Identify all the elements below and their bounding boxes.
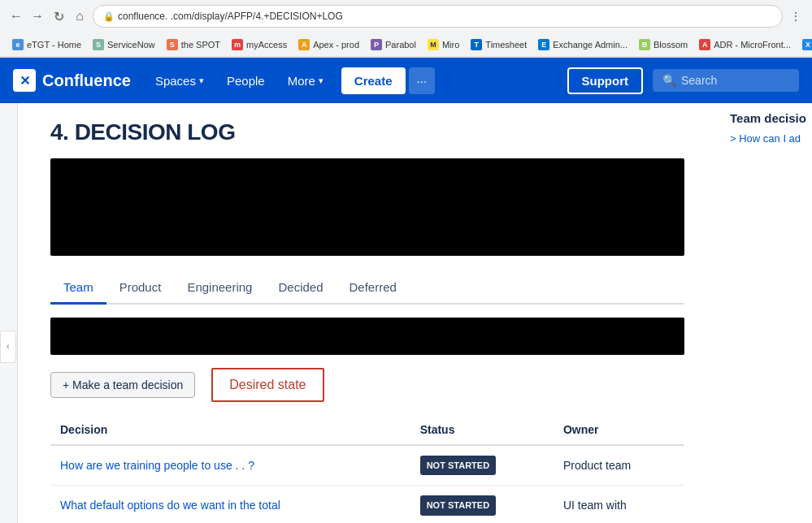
bookmark-favicon-adr: A <box>699 39 710 50</box>
bookmark-favicon-etgt: e <box>12 39 24 50</box>
decision-link-1[interactable]: What default options do we want in the t… <box>60 499 280 512</box>
bookmark-favicon-spot: S <box>167 39 178 50</box>
search-placeholder: Search <box>681 74 717 87</box>
decision-link-0[interactable]: How are we training people to use . . ? <box>60 459 254 472</box>
add-decision-button[interactable]: + Make a team decision <box>50 372 195 398</box>
tab-label-decided: Decided <box>278 280 323 294</box>
tabs-bar: TeamProductEngineeringDecidedDeferred <box>50 272 684 305</box>
bookmark-favicon-myaccess: m <box>232 39 243 50</box>
cell-status-1: NOT STARTED <box>410 486 554 523</box>
page-layout: ‹ 4. DECISION LOG TeamProductEngineering… <box>0 103 812 523</box>
more-options-button[interactable]: ··· <box>409 67 436 94</box>
content-toolbar <box>50 318 684 355</box>
lock-icon: 🔒 <box>103 11 115 22</box>
bookmark-favicon-parabol: P <box>371 39 382 50</box>
table-head: Decision Status Owner <box>50 415 684 445</box>
bookmark-exchange[interactable]: EExchange Admin... <box>532 37 633 52</box>
bookmark-label-parabol: Parabol <box>385 40 416 50</box>
tab-deferred[interactable]: Deferred <box>337 272 410 305</box>
owner-text-1: UI team with <box>563 499 627 512</box>
action-row: + Make a team decision Desired state <box>50 368 684 402</box>
confluence-logo[interactable]: ✕ Confluence <box>13 69 131 92</box>
tab-label-engineering: Engineering <box>187 280 252 294</box>
bookmark-miro[interactable]: MMiro <box>422 37 465 52</box>
table-row: What default options do we want in the t… <box>50 486 684 523</box>
bookmark-adr[interactable]: AADR - MicroFront... <box>693 37 797 52</box>
more-dropdown-icon: ▾ <box>319 76 323 86</box>
bookmark-label-servicenow: ServiceNow <box>107 40 155 50</box>
home-button[interactable]: ⌂ <box>72 8 88 24</box>
bookmark-servicenow[interactable]: SServiceNow <box>87 37 161 52</box>
sidebar: ‹ <box>0 103 18 523</box>
desired-state-box: Desired state <box>211 368 323 402</box>
tab-decided[interactable]: Decided <box>265 272 336 305</box>
tab-label-deferred: Deferred <box>350 280 397 294</box>
bookmark-label-miro: Miro <box>442 40 459 50</box>
bookmark-favicon-exchange: E <box>538 39 549 50</box>
search-icon: 🔍 <box>662 74 676 87</box>
browser-toolbar: ← → ↻ ⌂ 🔒 confluence. .com/display/APFP/… <box>0 0 812 32</box>
bookmark-label-exchange: Exchange Admin... <box>553 40 627 50</box>
page-main: 4. DECISION LOG TeamProductEngineeringDe… <box>18 103 717 523</box>
tab-product[interactable]: Product <box>106 272 175 305</box>
page-title: 4. DECISION LOG <box>50 119 684 145</box>
cell-status-0: NOT STARTED <box>410 445 554 486</box>
forward-button[interactable]: → <box>29 8 46 24</box>
support-button[interactable]: Support <box>567 67 644 94</box>
bookmarks-bar: eeTGT - HomeSServiceNowSthe SPOTmmyAcces… <box>0 32 812 57</box>
right-panel-title: Team decisio <box>730 111 812 125</box>
logo-icon: ✕ <box>13 69 36 92</box>
bookmark-planit[interactable]: XXplanit Confluence <box>797 37 812 52</box>
col-owner: Owner <box>554 415 684 445</box>
back-button[interactable]: ← <box>8 8 24 24</box>
nav-more[interactable]: More ▾ <box>276 58 335 103</box>
create-button[interactable]: Create <box>341 67 406 94</box>
tab-label-team: Team <box>63 280 93 294</box>
confluence-header: ✕ Confluence Spaces ▾ People More ▾ Crea… <box>0 58 812 103</box>
nav-spaces-label: Spaces <box>155 74 196 88</box>
status-badge-1: NOT STARTED <box>420 495 496 515</box>
bookmark-favicon-planit: X <box>802 39 812 50</box>
bookmark-myaccess[interactable]: mmyAccess <box>226 37 293 52</box>
logo-text: Confluence <box>42 71 131 90</box>
cell-decision-0: How are we training people to use . . ? <box>50 445 410 486</box>
decision-table: Decision Status Owner How are we trainin… <box>50 415 684 523</box>
main-nav: Spaces ▾ People More ▾ <box>144 58 335 103</box>
bookmark-apex[interactable]: AApex - prod <box>293 37 365 52</box>
status-badge-0: NOT STARTED <box>420 456 496 475</box>
bookmark-label-apex: Apex - prod <box>313 40 359 50</box>
tab-engineering[interactable]: Engineering <box>174 272 265 305</box>
url-text: confluence. .com/display/APFP/4.+DECISIO… <box>118 11 343 22</box>
nav-people-label: People <box>227 74 265 88</box>
bookmark-label-myaccess: myAccess <box>246 40 287 50</box>
tab-label-product: Product <box>119 280 162 294</box>
tab-team[interactable]: Team <box>50 272 106 305</box>
right-panel-link[interactable]: > How can I ad <box>730 132 801 145</box>
table-header-row: Decision Status Owner <box>50 415 684 445</box>
logo-x: ✕ <box>20 73 30 89</box>
bookmark-etgt[interactable]: eeTGT - Home <box>7 37 87 52</box>
sidebar-toggle[interactable]: ‹ <box>0 331 16 363</box>
right-panel: Team decisio > How can I ad <box>717 103 812 523</box>
bookmark-blossom[interactable]: BBlossom <box>633 37 693 52</box>
bookmark-favicon-servicenow: S <box>93 39 104 50</box>
extensions-button[interactable]: ⋮ <box>788 8 804 24</box>
col-decision: Decision <box>50 415 410 445</box>
reload-button[interactable]: ↻ <box>50 8 67 24</box>
nav-spaces[interactable]: Spaces ▾ <box>144 58 215 103</box>
table-body: How are we training people to use . . ? … <box>50 445 684 523</box>
bookmark-spot[interactable]: Sthe SPOT <box>161 37 226 52</box>
bookmark-label-timesheet: Timesheet <box>485 40 527 50</box>
nav-people[interactable]: People <box>215 58 276 103</box>
bookmark-timesheet[interactable]: TTimesheet <box>465 37 532 52</box>
bookmark-label-adr: ADR - MicroFront... <box>714 40 791 50</box>
cell-owner-1: UI team with <box>554 486 684 523</box>
url-bar[interactable]: 🔒 confluence. .com/display/APFP/4.+DECIS… <box>93 5 783 28</box>
bookmark-favicon-miro: M <box>428 39 439 50</box>
search-bar[interactable]: 🔍 Search <box>653 69 799 92</box>
cell-decision-1: What default options do we want in the t… <box>50 486 410 523</box>
bookmark-favicon-blossom: B <box>639 39 650 50</box>
bookmark-label-blossom: Blossom <box>654 40 688 50</box>
bookmark-label-spot: the SPOT <box>181 40 220 50</box>
bookmark-parabol[interactable]: PParabol <box>365 37 422 52</box>
